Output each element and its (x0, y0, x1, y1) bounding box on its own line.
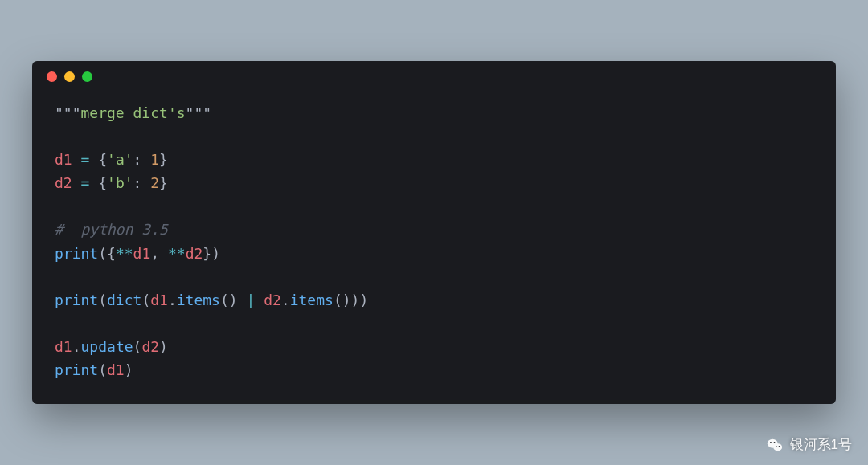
rbrace: } (159, 174, 168, 191)
lparen: ( (98, 361, 107, 378)
fn-print: print (55, 361, 98, 378)
star2: ** (168, 245, 186, 262)
dot: . (281, 292, 290, 308)
svg-point-2 (770, 441, 772, 443)
code-block: """merge dict's""" d1 = {'a': 1} d2 = {'… (32, 93, 836, 405)
watermark: 银河系1号 (766, 435, 852, 454)
lparen: ( (98, 292, 107, 308)
star2: ** (116, 245, 133, 262)
fn-print: print (55, 292, 98, 308)
var-d2: d2 (186, 245, 203, 262)
fn-items: items (290, 292, 334, 308)
svg-point-5 (778, 446, 780, 447)
eq: = (72, 151, 99, 168)
close-icon (47, 71, 57, 82)
fn-items: items (177, 292, 220, 308)
svg-point-4 (776, 446, 777, 447)
rbrace: } (203, 245, 211, 262)
colon: : (133, 174, 151, 191)
fn-dict: dict (107, 292, 141, 308)
rparen: ) (211, 245, 220, 262)
val-2: 2 (150, 174, 159, 191)
fn-update: update (81, 338, 133, 355)
lbrace: { (98, 151, 107, 168)
watermark-text: 银河系1号 (790, 435, 852, 454)
dot: . (168, 292, 177, 308)
maximize-icon (82, 71, 92, 82)
dot: . (72, 338, 81, 355)
rparen: ) (229, 292, 238, 308)
docstring-close: """ (186, 104, 212, 121)
val-1: 1 (150, 151, 159, 168)
pipe: | (238, 292, 264, 308)
var-d1: d1 (107, 361, 125, 378)
rparen: ) (351, 292, 360, 308)
lparen: ( (220, 292, 229, 308)
code-window: """merge dict's""" d1 = {'a': 1} d2 = {'… (32, 61, 836, 405)
lparen: ( (141, 292, 150, 308)
rbrace: } (159, 151, 168, 168)
var-d2: d2 (264, 292, 281, 308)
window-titlebar (32, 61, 836, 93)
svg-point-1 (773, 443, 782, 451)
var-d1: d1 (55, 338, 72, 355)
lbrace: { (98, 174, 107, 191)
rparen: ) (125, 361, 133, 378)
key-a: 'a' (107, 151, 133, 168)
docstring-open: """ (55, 104, 81, 121)
var-d1: d1 (150, 292, 168, 308)
docstring-text: merge dict's (81, 104, 186, 121)
key-b: 'b' (107, 174, 133, 191)
var-d2: d2 (55, 174, 72, 191)
fn-print: print (55, 245, 98, 262)
var-d1: d1 (133, 245, 151, 262)
eq: = (72, 174, 99, 191)
lparen: ( (98, 245, 107, 262)
rparen: ) (159, 338, 168, 355)
minimize-icon (64, 71, 75, 82)
colon: : (133, 151, 151, 168)
svg-point-3 (773, 441, 775, 443)
lparen: ( (133, 338, 142, 355)
lparen: ( (334, 292, 342, 308)
var-d2: d2 (141, 338, 159, 355)
lbrace: { (107, 245, 116, 262)
comment-python35: # python 3.5 (55, 221, 168, 238)
var-d1: d1 (55, 151, 72, 168)
comma: , (150, 245, 168, 262)
rparen: ) (359, 292, 368, 308)
wechat-icon (766, 436, 784, 454)
rparen: ) (342, 292, 351, 308)
